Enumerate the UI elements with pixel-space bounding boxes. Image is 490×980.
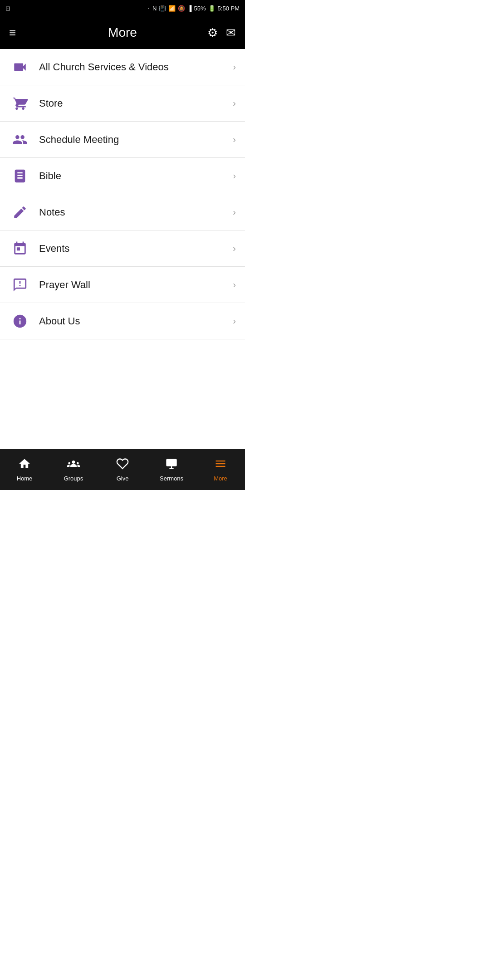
nav-item-home[interactable]: Home bbox=[0, 457, 49, 482]
chevron-right-icon: › bbox=[233, 171, 236, 181]
hamburger-menu-button[interactable]: ≡ bbox=[9, 26, 16, 40]
sermons-icon bbox=[165, 457, 178, 473]
battery-icon: 🔋 bbox=[208, 5, 216, 12]
mail-button[interactable]: ✉ bbox=[226, 26, 236, 40]
nav-item-give[interactable]: Give bbox=[98, 457, 147, 482]
nav-give-label: Give bbox=[117, 475, 129, 482]
wifi-icon: 📶 bbox=[168, 5, 176, 12]
settings-button[interactable]: ⚙ bbox=[207, 26, 218, 40]
menu-item-prayer-wall[interactable]: Prayer Wall › bbox=[0, 267, 245, 303]
page-title: More bbox=[108, 25, 137, 40]
svg-rect-0 bbox=[166, 459, 176, 466]
events-label: Events bbox=[39, 243, 233, 255]
bottom-nav: Home Groups Give Sermons More bbox=[0, 449, 245, 490]
about-us-label: About Us bbox=[39, 315, 233, 327]
photo-icon: ⊡ bbox=[5, 5, 10, 12]
battery-text: 55% bbox=[194, 5, 206, 12]
video-icon bbox=[9, 59, 31, 75]
info-icon bbox=[9, 314, 31, 329]
calendar-icon bbox=[9, 241, 31, 256]
chevron-right-icon: › bbox=[233, 62, 236, 72]
chevron-right-icon: › bbox=[233, 316, 236, 326]
content-area: All Church Services & Videos › Store › S… bbox=[0, 49, 245, 449]
vibrate-icon: 📳 bbox=[159, 5, 166, 12]
bible-label: Bible bbox=[39, 170, 233, 182]
schedule-meeting-label: Schedule Meeting bbox=[39, 134, 233, 146]
header-actions: ⚙ ✉ bbox=[207, 26, 236, 40]
store-label: Store bbox=[39, 98, 233, 109]
book-icon bbox=[9, 168, 31, 184]
signal-icon: ▐ bbox=[187, 5, 191, 12]
prayer-icon bbox=[9, 277, 31, 293]
nav-sermons-label: Sermons bbox=[160, 475, 183, 482]
chevron-right-icon: › bbox=[233, 243, 236, 254]
groups-icon bbox=[67, 457, 80, 473]
menu-list: All Church Services & Videos › Store › S… bbox=[0, 49, 245, 339]
nav-more-label: More bbox=[214, 475, 227, 482]
nav-item-groups[interactable]: Groups bbox=[49, 457, 98, 482]
nav-item-sermons[interactable]: Sermons bbox=[147, 457, 196, 482]
menu-item-about-us[interactable]: About Us › bbox=[0, 303, 245, 339]
menu-item-bible[interactable]: Bible › bbox=[0, 158, 245, 194]
notes-icon bbox=[9, 205, 31, 220]
more-icon bbox=[214, 457, 227, 473]
notes-label: Notes bbox=[39, 206, 233, 218]
bluetooth-icon: ⬞ bbox=[147, 5, 150, 12]
chevron-right-icon: › bbox=[233, 279, 236, 290]
chevron-right-icon: › bbox=[233, 134, 236, 145]
church-services-label: All Church Services & Videos bbox=[39, 61, 233, 73]
status-bar: ⊡ ⬞ N 📳 📶 🔕 ▐ 55% 🔋 5:50 PM bbox=[0, 0, 245, 16]
nav-groups-label: Groups bbox=[64, 475, 83, 482]
menu-item-store[interactable]: Store › bbox=[0, 85, 245, 122]
nav-item-more[interactable]: More bbox=[196, 457, 245, 482]
home-icon bbox=[18, 457, 31, 473]
menu-item-church-services[interactable]: All Church Services & Videos › bbox=[0, 49, 245, 85]
status-bar-left-icons: ⊡ bbox=[5, 4, 10, 12]
app-header: ≡ More ⚙ ✉ bbox=[0, 16, 245, 49]
cart-icon bbox=[9, 96, 31, 111]
notification-icon: 🔕 bbox=[178, 5, 185, 12]
chevron-right-icon: › bbox=[233, 207, 236, 217]
time-text: 5:50 PM bbox=[218, 5, 240, 12]
nav-home-label: Home bbox=[17, 475, 33, 482]
menu-item-schedule-meeting[interactable]: Schedule Meeting › bbox=[0, 122, 245, 158]
menu-item-notes[interactable]: Notes › bbox=[0, 194, 245, 230]
give-icon bbox=[116, 457, 129, 473]
prayer-wall-label: Prayer Wall bbox=[39, 279, 233, 291]
chevron-right-icon: › bbox=[233, 98, 236, 108]
people-icon bbox=[9, 132, 31, 147]
menu-item-events[interactable]: Events › bbox=[0, 230, 245, 267]
nfc-icon: N bbox=[152, 5, 157, 12]
